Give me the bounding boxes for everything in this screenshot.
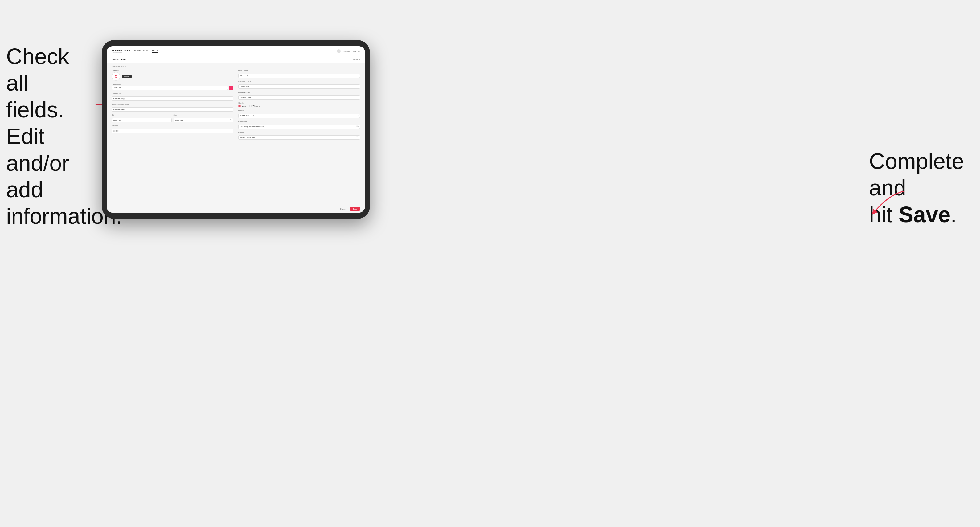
annotation-left: Check all fields. Edit and/or add inform… <box>6 43 92 230</box>
cancel-button[interactable]: Cancel <box>338 207 348 211</box>
team-name-group: Team name <box>111 92 233 101</box>
gender-mens-label: Mens <box>242 105 246 107</box>
city-state-group: City State New York ✕ ⌄ <box>111 114 233 122</box>
state-group: State New York ✕ ⌄ <box>173 114 234 122</box>
head-coach-label: Head Coach <box>238 70 360 71</box>
team-name-input[interactable] <box>111 97 233 101</box>
cancel-top-button[interactable]: Cancel ✕ <box>352 58 360 61</box>
team-name-label: Team name <box>111 92 233 94</box>
city-input[interactable] <box>111 118 172 122</box>
athletic-director-group: Athletic Director <box>238 91 360 100</box>
state-select-wrapper: New York ✕ ⌄ <box>173 116 234 122</box>
main-nav: TOURNAMENTS TEAMS <box>134 49 159 53</box>
app-logo: SCOREBOARD Powered by clippd <box>111 49 130 53</box>
navbar: SCOREBOARD Powered by clippd TOURNAMENTS… <box>107 46 365 56</box>
form-grid: Team logo C Upload Team colour <box>111 70 360 142</box>
division-label: Division <box>238 110 360 111</box>
colour-row <box>111 86 233 90</box>
team-logo-group: Team logo C Upload <box>111 70 233 81</box>
display-name-label: Display name (unique) <box>111 103 233 105</box>
logo-area: C Upload <box>111 72 233 81</box>
athletic-director-input[interactable] <box>238 95 360 100</box>
display-name-input[interactable] <box>111 107 233 111</box>
conference-group: Conference University Athletic Associati… <box>238 121 360 129</box>
division-select[interactable]: NCAA Division III <box>238 114 360 118</box>
assistant-coach-input[interactable] <box>238 84 360 89</box>
tablet-screen: SCOREBOARD Powered by clippd TOURNAMENTS… <box>107 46 365 213</box>
region-select-wrapper: Region II - (M) DIII ✕ ⌄ <box>238 134 360 140</box>
create-team-header: Create Team Cancel ✕ <box>107 56 365 63</box>
city-group: City <box>111 114 172 122</box>
close-icon: ✕ <box>358 58 360 61</box>
colour-swatch[interactable] <box>229 86 233 90</box>
region-select[interactable]: Region II - (M) DIII <box>238 135 360 140</box>
gender-womens-radio[interactable] <box>250 105 252 107</box>
zip-label: Zip code <box>111 125 233 127</box>
arrow-right-icon <box>864 188 908 219</box>
sign-out-link[interactable]: Sign out <box>353 50 360 52</box>
gender-row: Mens Womens <box>238 105 360 107</box>
upload-button[interactable]: Upload <box>122 75 132 78</box>
region-label: Region <box>238 131 360 133</box>
form-col-left: Team logo C Upload Team colour <box>111 70 233 142</box>
nav-tournaments[interactable]: TOURNAMENTS <box>134 49 148 53</box>
logo-sub: Powered by clippd <box>111 51 130 53</box>
team-logo-label: Team logo <box>111 70 233 71</box>
gender-womens-label: Womens <box>253 105 260 107</box>
city-state-row: City State New York ✕ ⌄ <box>111 114 233 122</box>
conference-label: Conference <box>238 121 360 122</box>
zip-input[interactable] <box>111 129 233 133</box>
form-col-right: Head Coach Assistant Coach Athletic Dire… <box>238 70 360 142</box>
gender-label: Gender <box>238 102 360 104</box>
nav-teams[interactable]: TEAMS <box>152 49 159 53</box>
team-colour-label: Team colour <box>111 83 233 85</box>
user-name: Test User | <box>342 50 352 52</box>
assistant-coach-group: Assistant Coach <box>238 81 360 89</box>
city-label: City <box>111 114 172 116</box>
logo-text: SCOREBOARD <box>111 49 130 51</box>
division-group: Division NCAA Division III ⌄ <box>238 110 360 118</box>
assistant-coach-label: Assistant Coach <box>238 81 360 82</box>
display-name-group: Display name (unique) <box>111 103 233 111</box>
gender-womens-option[interactable]: Womens <box>250 105 260 107</box>
logo-circle: C <box>111 72 120 81</box>
conference-select[interactable]: University Athletic Association <box>238 124 360 129</box>
division-select-wrapper: NCAA Division III ⌄ <box>238 112 360 118</box>
team-colour-group: Team colour <box>111 83 233 90</box>
form-footer: Cancel Save <box>107 205 365 213</box>
athletic-director-label: Athletic Director <box>238 91 360 93</box>
head-coach-group: Head Coach <box>238 70 360 78</box>
save-button[interactable]: Save <box>350 207 360 211</box>
state-select[interactable]: New York <box>173 118 234 122</box>
conference-select-wrapper: University Athletic Association ✕ ⌄ <box>238 123 360 129</box>
state-label: State <box>173 114 234 116</box>
gender-group: Gender Mens Womens <box>238 102 360 107</box>
gender-mens-option[interactable]: Mens <box>238 105 246 107</box>
section-label: TEAM DETAILS <box>111 65 360 67</box>
user-info: Test User | Sign out <box>337 49 360 53</box>
region-group: Region Region II - (M) DIII ✕ ⌄ <box>238 131 360 140</box>
team-details-section: TEAM DETAILS Team logo C Upload <box>107 63 365 144</box>
team-colour-input[interactable] <box>111 86 228 90</box>
head-coach-input[interactable] <box>238 74 360 78</box>
tablet-frame: SCOREBOARD Powered by clippd TOURNAMENTS… <box>102 40 370 219</box>
zip-group: Zip code <box>111 125 233 133</box>
form-content: TEAM DETAILS Team logo C Upload <box>107 63 365 205</box>
page-title: Create Team <box>111 58 126 61</box>
gender-mens-radio[interactable] <box>238 105 241 107</box>
avatar <box>337 49 340 53</box>
